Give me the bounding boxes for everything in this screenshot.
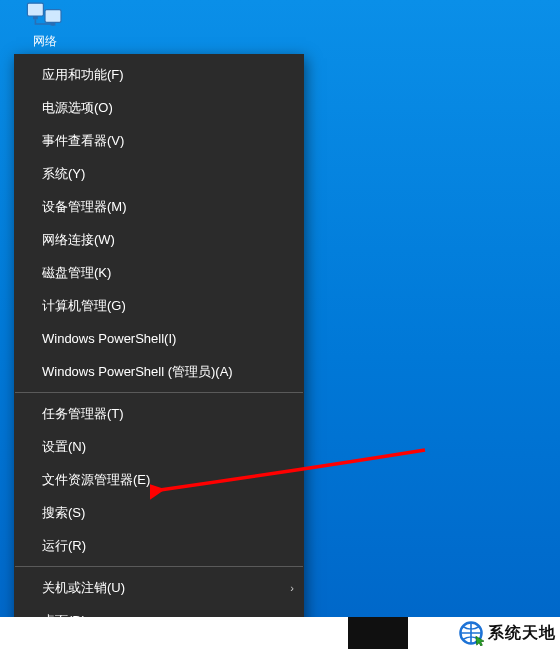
menu-item[interactable]: 系统(Y)	[14, 157, 304, 190]
menu-separator	[15, 566, 303, 567]
menu-item-label: 计算机管理(G)	[42, 297, 294, 315]
menu-item[interactable]: 电源选项(O)	[14, 91, 304, 124]
menu-item[interactable]: Windows PowerShell (管理员)(A)	[14, 355, 304, 388]
menu-item[interactable]: 计算机管理(G)	[14, 289, 304, 322]
desktop[interactable]: 网络 应用和功能(F)电源选项(O)事件查看器(V)系统(Y)设备管理器(M)网…	[0, 0, 560, 649]
menu-item[interactable]: 设置(N)	[14, 430, 304, 463]
menu-item[interactable]: 搜索(S)	[14, 496, 304, 529]
menu-separator	[15, 392, 303, 393]
menu-item-label: 搜索(S)	[42, 504, 294, 522]
menu-item-label: 设备管理器(M)	[42, 198, 294, 216]
menu-item-label: 事件查看器(V)	[42, 132, 294, 150]
menu-item-label: 网络连接(W)	[42, 231, 294, 249]
network-icon	[25, 0, 65, 32]
svg-rect-1	[45, 10, 61, 23]
menu-item[interactable]: 运行(R)	[14, 529, 304, 562]
menu-item-label: 文件资源管理器(E)	[42, 471, 294, 489]
menu-item-label: 任务管理器(T)	[42, 405, 294, 423]
menu-item-label: 关机或注销(U)	[42, 579, 290, 597]
menu-item-label: 系统(Y)	[42, 165, 294, 183]
watermark-text: 系统天地	[488, 623, 556, 644]
menu-item[interactable]: 设备管理器(M)	[14, 190, 304, 223]
menu-item-label: 磁盘管理(K)	[42, 264, 294, 282]
menu-item[interactable]: 任务管理器(T)	[14, 397, 304, 430]
menu-item[interactable]: 文件资源管理器(E)	[14, 463, 304, 496]
menu-item[interactable]: 网络连接(W)	[14, 223, 304, 256]
menu-item[interactable]: 应用和功能(F)	[14, 58, 304, 91]
desktop-icon-label: 网络	[10, 34, 80, 48]
bottom-strip-dark	[348, 617, 408, 649]
menu-item[interactable]: 关机或注销(U)›	[14, 571, 304, 604]
globe-icon	[458, 620, 484, 646]
chevron-right-icon: ›	[290, 582, 294, 594]
menu-item[interactable]: 事件查看器(V)	[14, 124, 304, 157]
menu-item-label: 电源选项(O)	[42, 99, 294, 117]
menu-item[interactable]: Windows PowerShell(I)	[14, 322, 304, 355]
menu-item[interactable]: 磁盘管理(K)	[14, 256, 304, 289]
menu-item-label: 运行(R)	[42, 537, 294, 555]
menu-item-label: Windows PowerShell(I)	[42, 331, 294, 346]
watermark: 系统天地	[454, 617, 556, 649]
menu-item-label: 应用和功能(F)	[42, 66, 294, 84]
winx-context-menu: 应用和功能(F)电源选项(O)事件查看器(V)系统(Y)设备管理器(M)网络连接…	[14, 54, 304, 641]
svg-rect-0	[27, 3, 43, 16]
menu-item-label: Windows PowerShell (管理员)(A)	[42, 363, 294, 381]
svg-rect-2	[33, 16, 38, 19]
menu-item-label: 设置(N)	[42, 438, 294, 456]
desktop-icon-network[interactable]: 网络	[10, 0, 80, 48]
